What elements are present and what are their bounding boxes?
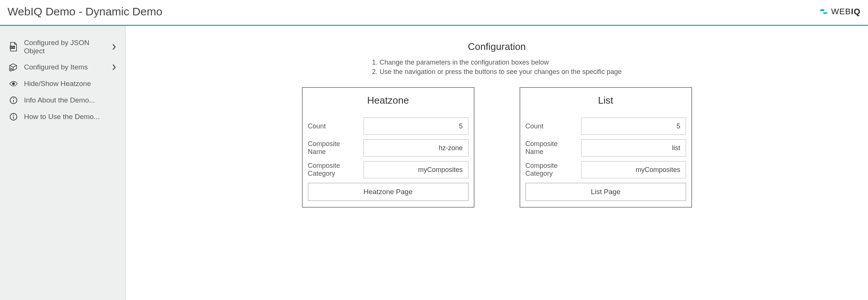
- info-icon: [9, 112, 18, 121]
- brand-logo-icon: [819, 7, 828, 16]
- heatzone-composite-category-label: Composite Category: [308, 162, 360, 178]
- config-step-1: 1. Change the parameters in the configur…: [372, 58, 622, 67]
- heatzone-card-title: Heatzone: [303, 88, 474, 109]
- sidebar-item-info-about-demo[interactable]: Info About the Demo...: [5, 92, 121, 109]
- chevron-right-icon: [112, 44, 116, 50]
- list-count-label: Count: [526, 122, 577, 130]
- config-step-2: 2. Use the navigation or press the butto…: [372, 67, 622, 77]
- svg-point-5: [13, 98, 14, 99]
- heatzone-composite-name-input[interactable]: [363, 139, 469, 157]
- list-card-title: List: [520, 88, 691, 109]
- config-title: Configuration: [468, 41, 526, 53]
- box-plus-icon: [9, 63, 18, 72]
- list-count-input[interactable]: [581, 118, 686, 135]
- heatzone-page-button[interactable]: Heatzone Page: [308, 183, 469, 201]
- heatzone-composite-category-input[interactable]: [363, 161, 469, 178]
- list-composite-category-input[interactable]: [581, 161, 686, 178]
- list-composite-name-label: Composite Name: [526, 140, 577, 156]
- config-cards: Heatzone Count Composite Name Composite …: [272, 87, 722, 208]
- svg-point-7: [13, 115, 14, 115]
- heatzone-composite-name-label: Composite Name: [308, 140, 360, 156]
- list-page-button[interactable]: List Page: [526, 183, 686, 201]
- sidebar-item-how-to-use-demo[interactable]: How to Use the Demo...: [5, 109, 121, 125]
- list-composite-name-input[interactable]: [581, 139, 686, 157]
- brand: WEBIQ: [819, 7, 860, 17]
- svg-point-3: [12, 83, 14, 84]
- brand-text: WEBIQ: [831, 7, 860, 17]
- list-composite-category-label: Composite Category: [526, 162, 577, 178]
- sidebar: JSON Configured by JSON Object Configure…: [0, 26, 126, 300]
- heatzone-card: Heatzone Count Composite Name Composite …: [302, 87, 475, 208]
- json-file-icon: JSON: [9, 42, 18, 51]
- list-card: List Count Composite Name Composite Cate…: [520, 87, 692, 208]
- sidebar-item-configured-by-json[interactable]: JSON Configured by JSON Object: [5, 35, 121, 59]
- eye-icon: [9, 79, 18, 88]
- page-title: WebIQ Demo - Dynamic Demo: [8, 5, 162, 18]
- sidebar-item-label: Configured by JSON Object: [24, 39, 106, 55]
- sidebar-item-label: How to Use the Demo...: [24, 113, 100, 121]
- main-content: Configuration 1. Change the parameters i…: [126, 26, 868, 300]
- svg-text:JSON: JSON: [10, 46, 15, 48]
- sidebar-item-configured-by-items[interactable]: Configured by Items: [5, 59, 121, 75]
- sidebar-item-label: Info About the Demo...: [24, 96, 95, 104]
- info-icon: [9, 96, 18, 105]
- header: WebIQ Demo - Dynamic Demo WEBIQ: [0, 0, 868, 26]
- sidebar-item-label: Hide/Show Heatzone: [24, 80, 91, 88]
- heatzone-count-input[interactable]: [363, 118, 469, 135]
- heatzone-count-label: Count: [308, 122, 360, 130]
- config-steps: 1. Change the parameters in the configur…: [372, 58, 622, 77]
- chevron-right-icon: [112, 64, 116, 71]
- sidebar-item-label: Configured by Items: [24, 63, 88, 71]
- sidebar-item-hide-show-heatzone[interactable]: Hide/Show Heatzone: [5, 75, 121, 92]
